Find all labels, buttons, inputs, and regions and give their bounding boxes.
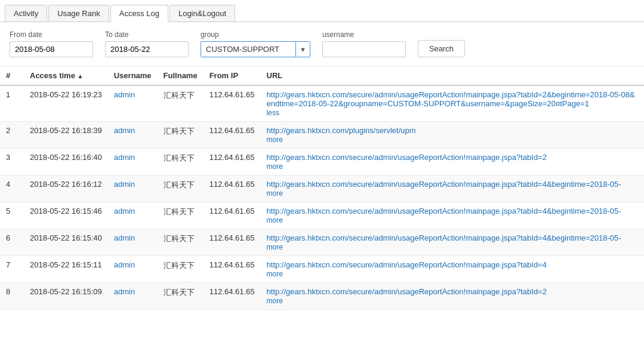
url-link[interactable]: http://gears.hktxcn.com/secure/admin/usa… — [267, 90, 635, 108]
to-date-input[interactable] — [105, 41, 189, 57]
cell-time: 2018-05-22 16:16:12 — [24, 176, 108, 202]
to-date-group: To date — [105, 30, 189, 57]
more-link[interactable]: more — [267, 216, 283, 224]
cell-username[interactable]: admin — [108, 283, 158, 310]
sort-arrow-icon: ▲ — [78, 73, 84, 79]
cell-ip: 112.64.61.65 — [204, 122, 261, 149]
cell-fullname: 汇科天下 — [158, 256, 204, 283]
more-link[interactable]: more — [267, 243, 283, 251]
cell-time: 2018-05-22 16:15:09 — [24, 283, 108, 310]
tab-access-log[interactable]: Access Log — [110, 5, 168, 22]
url-link[interactable]: http://gears.hktxcn.com/secure/admin/usa… — [267, 260, 547, 269]
cell-ip: 112.64.61.65 — [204, 202, 261, 229]
tab-login-logout[interactable]: Login&Logout — [170, 5, 235, 21]
cell-num: 4 — [0, 176, 24, 202]
cell-ip: 112.64.61.65 — [204, 229, 261, 256]
group-input[interactable] — [201, 41, 296, 57]
cell-url: http://gears.hktxcn.com/secure/admin/usa… — [261, 149, 644, 176]
table-row: 3 2018-05-22 16:16:40 admin 汇科天下 112.64.… — [0, 149, 644, 176]
cell-username[interactable]: admin — [108, 85, 158, 122]
cell-num: 2 — [0, 122, 24, 149]
cell-time: 2018-05-22 16:18:39 — [24, 122, 108, 149]
cell-time: 2018-05-22 16:15:40 — [24, 229, 108, 256]
tab-activity[interactable]: Activity — [5, 5, 47, 21]
cell-username[interactable]: admin — [108, 122, 158, 149]
group-dropdown-button[interactable]: ▼ — [296, 41, 310, 57]
cell-num: 6 — [0, 229, 24, 256]
access-log-table: # Access time ▲ Username Fullname From I… — [0, 66, 644, 310]
cell-username[interactable]: admin — [108, 256, 158, 283]
cell-url: http://gears.hktxcn.com/secure/admin/usa… — [261, 229, 644, 256]
table-row: 2 2018-05-22 16:18:39 admin 汇科天下 112.64.… — [0, 122, 644, 149]
table-row: 4 2018-05-22 16:16:12 admin 汇科天下 112.64.… — [0, 176, 644, 202]
cell-fullname: 汇科天下 — [158, 176, 204, 202]
tab-usage-rank[interactable]: Usage Rank — [48, 5, 109, 21]
cell-username[interactable]: admin — [108, 202, 158, 229]
cell-url: http://gears.hktxcn.com/plugins/servlet/… — [261, 122, 644, 149]
cell-username[interactable]: admin — [108, 176, 158, 202]
cell-ip: 112.64.61.65 — [204, 176, 261, 202]
from-date-group: From date — [10, 30, 93, 57]
col-header-from-ip: From IP — [204, 66, 261, 85]
url-link[interactable]: http://gears.hktxcn.com/secure/admin/usa… — [267, 180, 621, 189]
from-date-input[interactable] — [10, 41, 93, 57]
cell-fullname: 汇科天下 — [158, 85, 204, 122]
search-button[interactable]: Search — [418, 40, 465, 57]
cell-num: 5 — [0, 202, 24, 229]
cell-url: http://gears.hktxcn.com/secure/admin/usa… — [261, 202, 644, 229]
group-select-wrapper: ▼ — [201, 41, 310, 57]
cell-time: 2018-05-22 16:15:46 — [24, 202, 108, 229]
table-container: # Access time ▲ Username Fullname From I… — [0, 66, 644, 310]
cell-num: 3 — [0, 149, 24, 176]
more-link[interactable]: more — [267, 136, 283, 144]
col-header-fullname: Fullname — [158, 66, 204, 85]
cell-url: http://gears.hktxcn.com/secure/admin/usa… — [261, 256, 644, 283]
cell-fullname: 汇科天下 — [158, 122, 204, 149]
cell-num: 7 — [0, 256, 24, 283]
more-link[interactable]: more — [267, 189, 283, 198]
more-link[interactable]: more — [267, 297, 283, 305]
table-row: 5 2018-05-22 16:15:46 admin 汇科天下 112.64.… — [0, 202, 644, 229]
from-date-label: From date — [10, 30, 93, 39]
username-label: username — [322, 30, 406, 39]
group-label: group — [201, 30, 310, 39]
cell-ip: 112.64.61.65 — [204, 256, 261, 283]
url-link[interactable]: http://gears.hktxcn.com/secure/admin/usa… — [267, 233, 621, 242]
cell-time: 2018-05-22 16:16:40 — [24, 149, 108, 176]
table-row: 8 2018-05-22 16:15:09 admin 汇科天下 112.64.… — [0, 283, 644, 310]
col-header-access-time[interactable]: Access time ▲ — [24, 66, 108, 85]
url-link[interactable]: http://gears.hktxcn.com/plugins/servlet/… — [267, 126, 416, 135]
table-row: 6 2018-05-22 16:15:40 admin 汇科天下 112.64.… — [0, 229, 644, 256]
cell-time: 2018-05-22 16:15:11 — [24, 256, 108, 283]
cell-num: 8 — [0, 283, 24, 310]
cell-ip: 112.64.61.65 — [204, 85, 261, 122]
cell-time: 2018-05-22 16:19:23 — [24, 85, 108, 122]
table-row: 7 2018-05-22 16:15:11 admin 汇科天下 112.64.… — [0, 256, 644, 283]
cell-num: 1 — [0, 85, 24, 122]
username-input[interactable] — [322, 41, 406, 57]
more-link[interactable]: more — [267, 270, 283, 278]
less-link[interactable]: less — [267, 109, 279, 117]
table-header-row: # Access time ▲ Username Fullname From I… — [0, 66, 644, 85]
cell-username[interactable]: admin — [108, 229, 158, 256]
cell-fullname: 汇科天下 — [158, 229, 204, 256]
to-date-label: To date — [105, 30, 189, 39]
cell-fullname: 汇科天下 — [158, 283, 204, 310]
url-link[interactable]: http://gears.hktxcn.com/secure/admin/usa… — [267, 287, 547, 296]
cell-url: http://gears.hktxcn.com/secure/admin/usa… — [261, 85, 644, 122]
cell-username[interactable]: admin — [108, 149, 158, 176]
url-link[interactable]: http://gears.hktxcn.com/secure/admin/usa… — [267, 153, 547, 162]
cell-ip: 112.64.61.65 — [204, 283, 261, 310]
url-link[interactable]: http://gears.hktxcn.com/secure/admin/usa… — [267, 207, 621, 215]
table-row: 1 2018-05-22 16:19:23 admin 汇科天下 112.64.… — [0, 85, 644, 122]
cell-url: http://gears.hktxcn.com/secure/admin/usa… — [261, 176, 644, 202]
more-link[interactable]: more — [267, 162, 283, 171]
cell-url: http://gears.hktxcn.com/secure/admin/usa… — [261, 283, 644, 310]
cell-fullname: 汇科天下 — [158, 149, 204, 176]
group-filter-group: group ▼ — [201, 30, 310, 57]
tabs-container: ActivityUsage RankAccess LogLogin&Logout — [0, 0, 644, 22]
col-header-username: Username — [108, 66, 158, 85]
cell-ip: 112.64.61.65 — [204, 149, 261, 176]
username-filter-group: username — [322, 30, 406, 57]
filters-bar: From date To date group ▼ username Searc… — [0, 22, 644, 66]
